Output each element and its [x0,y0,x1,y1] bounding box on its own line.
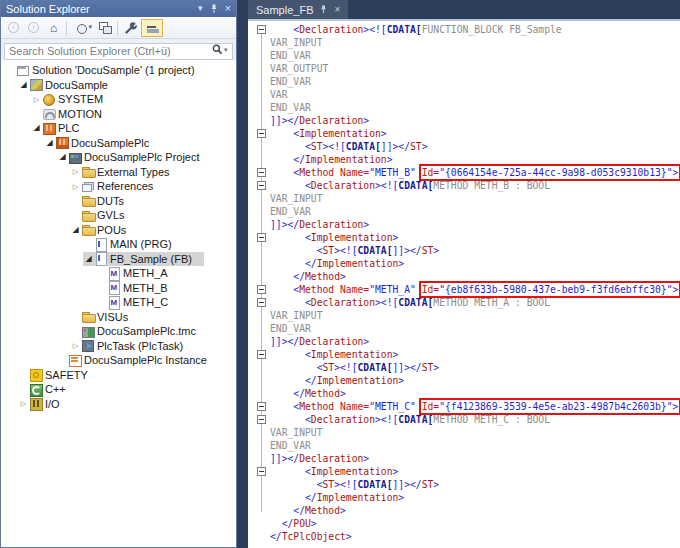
expander-icon[interactable]: ◢ [83,255,94,263]
code-line[interactable]: ]]></Declaration> [270,114,680,127]
code-line[interactable]: ]]></Declaration> [270,452,680,465]
expander-icon[interactable]: ▷ [31,96,42,103]
forward-button[interactable]: › [24,19,43,37]
code-line[interactable]: </Implementation> [270,257,680,270]
fold-collapse-box[interactable] [257,25,266,34]
fold-collapse-box[interactable] [257,181,266,190]
code-line[interactable]: <Implementation> [270,127,680,140]
tree-item[interactable]: ▷External Types [1,165,236,180]
code-line[interactable]: </Implementation> [270,153,680,166]
sync-active-document-button[interactable] [95,19,114,37]
tree-item[interactable]: ◢POUs [1,223,236,238]
fold-collapse-box[interactable] [257,402,266,411]
code-line[interactable]: <Declaration><![CDATA[METHOD METH_A : BO… [270,296,680,309]
expander-icon[interactable]: ◢ [70,226,81,234]
tree-item[interactable]: C++ [1,382,236,397]
expander-icon[interactable]: ▷ [70,342,81,349]
back-button[interactable]: ‹ [4,19,23,37]
tree-item[interactable]: ▷PlcTask (PlcTask) [1,339,236,354]
tree-item[interactable]: METH_A [1,266,236,281]
code-line[interactable]: <ST><![CDATA[]]></ST> [270,478,680,491]
tree-item[interactable]: DocuSamplePlc.tmc [1,324,236,339]
code-line[interactable]: ]]></Declaration> [270,218,680,231]
code-line[interactable]: <ST><![CDATA[]]></ST> [270,361,680,374]
expander-icon[interactable]: ◢ [44,139,55,147]
code-line[interactable]: ]]></Declaration> [270,335,680,348]
code-line[interactable]: <Declaration><![CDATA[FUNCTION_BLOCK FB_… [270,23,680,36]
window-position-icon[interactable]: ▾ [198,4,203,13]
tree-item[interactable]: ▷I/O [1,397,236,412]
fold-collapse-box[interactable] [257,168,266,177]
code-line[interactable]: VAR_INPUT [270,36,680,49]
code-line[interactable]: </TcPlcObject> [270,530,680,543]
code-line[interactable]: <Method Name="METH_B" Id="{0664154e-725a… [270,166,680,179]
code-line[interactable]: VAR [270,88,680,101]
preview-selected-items-button[interactable] [141,19,163,37]
tree-item[interactable]: ◢DocuSamplePlc Project [1,150,236,165]
home-button[interactable]: ⌂ [44,19,63,37]
expander-icon[interactable]: ▷ [70,183,81,190]
code-line[interactable]: </Implementation> [270,374,680,387]
code-line[interactable]: END_VAR [270,75,680,88]
code-line[interactable]: <Implementation> [270,465,680,478]
tab-sample-fb[interactable]: Sample_FB × [248,0,348,19]
expander-icon[interactable]: ◢ [57,153,68,161]
code-line[interactable]: VAR_INPUT [270,426,680,439]
search-icon[interactable]: ▾ [212,43,230,56]
code-line[interactable]: </Method> [270,504,680,517]
views-dropdown-button[interactable] [70,19,94,37]
tree-item[interactable]: GVLs [1,208,236,223]
code-line[interactable]: </Method> [270,270,680,283]
code-line[interactable]: END_VAR [270,101,680,114]
code-line[interactable]: <Method Name="METH_C" Id="{f4123869-3539… [270,400,680,413]
tree-item[interactable]: ◢DocuSamplePlc [1,136,236,151]
close-icon[interactable]: × [225,3,231,14]
expander-icon[interactable]: ◢ [31,124,42,132]
properties-wrench-button[interactable] [121,19,140,37]
code-line[interactable]: <Declaration><![CDATA[METHOD METH_B : BO… [270,179,680,192]
tree-item[interactable]: METH_C [1,295,236,310]
code-line[interactable]: </Implementation> [270,491,680,504]
fold-collapse-box[interactable] [257,350,266,359]
tree-item[interactable]: DocuSamplePlc Instance [1,353,236,368]
fold-collapse-box[interactable] [257,233,266,242]
pin-icon[interactable] [210,4,218,14]
search-input[interactable] [4,43,233,60]
code-line[interactable]: VAR_INPUT [270,192,680,205]
expander-icon[interactable]: ◢ [18,81,29,89]
xml-editor[interactable]: <Declaration><![CDATA[FUNCTION_BLOCK FB_… [248,21,680,548]
code-line[interactable]: <ST><![CDATA[]]></ST> [270,140,680,153]
pin-icon[interactable] [320,4,327,16]
code-line[interactable]: VAR_OUTPUT [270,62,680,75]
close-icon[interactable]: × [334,5,340,15]
tree-item[interactable]: MAIN (PRG) [1,237,236,252]
tree-item[interactable]: ▷SYSTEM [1,92,236,107]
fold-collapse-box[interactable] [257,467,266,476]
code-line[interactable]: END_VAR [270,439,680,452]
code-line[interactable]: <Declaration><![CDATA[METHOD METH_C : BO… [270,413,680,426]
code-line[interactable]: <ST><![CDATA[]]></ST> [270,244,680,257]
expander-icon[interactable]: ▷ [70,168,81,175]
code-line[interactable]: </POU> [270,517,680,530]
tree-item[interactable]: METH_B [1,281,236,296]
code-line[interactable]: </Method> [270,387,680,400]
fold-collapse-box[interactable] [257,298,266,307]
tree-item[interactable]: SAFETY [1,368,236,383]
tree-item[interactable]: ◢DocuSample [1,78,236,93]
code-line[interactable]: VAR_INPUT [270,309,680,322]
code-line[interactable]: <Method Name="METH_A" Id="{eb8f633b-5980… [270,283,680,296]
expander-icon[interactable]: ▷ [18,400,29,407]
tree-item[interactable]: DUTs [1,194,236,209]
code-line[interactable]: END_VAR [270,322,680,335]
tree-item[interactable]: Solution 'DocuSample' (1 project) [1,63,236,78]
fold-collapse-box[interactable] [257,415,266,424]
tree-item[interactable]: ◢PLC [1,121,236,136]
tree-item[interactable]: ◢FB_Sample (FB) [1,252,236,267]
code-line[interactable]: END_VAR [270,49,680,62]
fold-collapse-box[interactable] [257,129,266,138]
tree-item[interactable]: MOTION [1,107,236,122]
code-line[interactable]: <Implementation> [270,348,680,361]
tree-item[interactable]: VISUs [1,310,236,325]
code-line[interactable]: <Implementation> [270,231,680,244]
code-line[interactable]: END_VAR [270,205,680,218]
